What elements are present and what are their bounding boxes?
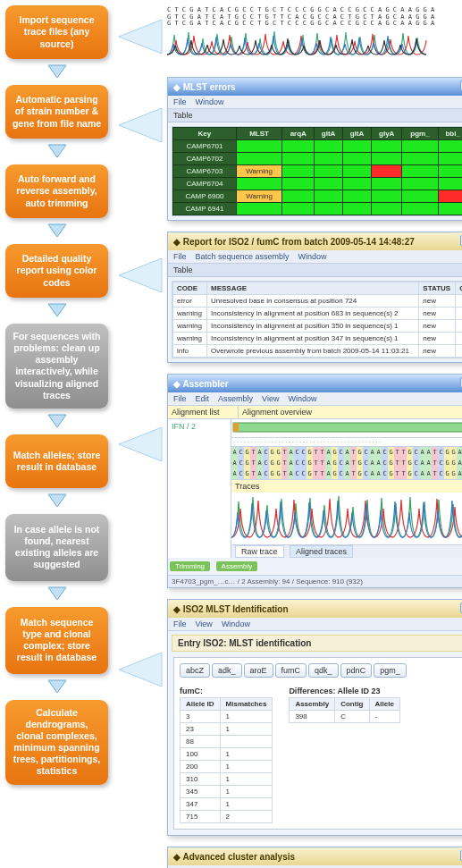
locus-button[interactable]: qdk_: [308, 663, 339, 678]
grid-cell[interactable]: [282, 165, 315, 178]
col-header[interactable]: gltA: [315, 128, 343, 140]
cell[interactable]: 1: [220, 761, 273, 773]
cell[interactable]: [456, 308, 462, 320]
col-header[interactable]: CODE: [173, 282, 207, 295]
cell[interactable]: 200: [181, 761, 221, 773]
menu-item[interactable]: Window: [288, 394, 316, 403]
cell[interactable]: 2: [220, 811, 273, 823]
tab-assembly[interactable]: Assembly: [216, 561, 258, 571]
menubar[interactable]: FileViewWindow: [168, 618, 462, 631]
cell[interactable]: warning: [173, 320, 207, 333]
grid-cell[interactable]: [402, 178, 438, 190]
cell[interactable]: 1: [220, 748, 273, 761]
locus-button[interactable]: pdnC: [340, 663, 373, 678]
cell[interactable]: new: [419, 308, 456, 320]
cell[interactable]: new: [419, 333, 456, 345]
locus-button[interactable]: fumC: [275, 663, 307, 678]
titlebar[interactable]: ◆ Advanced cluster analysis: [168, 847, 462, 865]
cell[interactable]: warning: [173, 308, 207, 320]
menu-item[interactable]: File: [173, 619, 187, 628]
grid-cell[interactable]: [371, 190, 401, 203]
grid-cell[interactable]: [371, 203, 401, 215]
cell[interactable]: 1: [220, 786, 273, 798]
grid-cell[interactable]: [282, 178, 315, 190]
cell[interactable]: 715: [181, 811, 221, 823]
cell[interactable]: 398: [290, 711, 335, 723]
tab-alignment-list[interactable]: Alignment list: [168, 406, 239, 418]
row-key[interactable]: CAMP6702: [173, 153, 237, 165]
locus-button[interactable]: pgm_: [374, 663, 407, 678]
report-table[interactable]: CODEMESSAGESTATUSCOMMENTerrorUnresolved …: [172, 282, 462, 358]
locus-buttons[interactable]: abcZadk_aroEfumCqdk_pdnCpgm_: [180, 663, 462, 681]
cell[interactable]: 345: [181, 786, 221, 798]
tab-raw-trace[interactable]: Raw trace: [235, 545, 284, 558]
alignment-row[interactable]: ACGTACGGTACCGTTAGCATGCAACGTTGCAATCGGATCC…: [231, 468, 462, 479]
cell[interactable]: [220, 736, 273, 748]
menu-item[interactable]: File: [173, 97, 187, 106]
grid-cell[interactable]: [315, 178, 343, 190]
window-buttons[interactable]: [458, 377, 462, 390]
window-buttons[interactable]: [458, 80, 462, 93]
grid-cell[interactable]: [315, 190, 343, 203]
row-key[interactable]: CAMP6704: [173, 178, 237, 190]
titlebar[interactable]: ◆ Report for ISO2 / fumC from batch 2009…: [168, 232, 462, 250]
grid-cell[interactable]: [236, 153, 282, 165]
col-header[interactable]: COMMENT: [456, 282, 462, 295]
grid-cell[interactable]: [343, 153, 372, 165]
alignment-rows[interactable]: ACGTACGGTACCGTTAGCATGCAACGTTGCAATCGGATCC…: [231, 447, 462, 479]
cell[interactable]: [456, 320, 462, 333]
cell[interactable]: Overwrote previous assembly from batch 2…: [207, 345, 419, 358]
ident-right-table[interactable]: AssemblyContigAllele398C-: [289, 697, 399, 723]
col-header[interactable]: glyA: [371, 128, 401, 140]
grid-cell[interactable]: [438, 178, 462, 190]
grid-cell[interactable]: [236, 203, 282, 215]
titlebar[interactable]: ◆ Assembler: [168, 375, 462, 392]
grid-cell[interactable]: [438, 203, 462, 215]
overview-bar[interactable]: [231, 419, 462, 435]
window-buttons[interactable]: [458, 235, 462, 248]
grid-cell[interactable]: [402, 153, 438, 165]
menu-item[interactable]: File: [173, 394, 187, 403]
cell[interactable]: error: [173, 295, 207, 308]
cell[interactable]: C: [335, 711, 369, 723]
locus-button[interactable]: adk_: [212, 663, 242, 678]
locus-button[interactable]: abcZ: [180, 663, 210, 678]
trace-chromatogram-icon[interactable]: [231, 493, 462, 543]
col-header[interactable]: MLST: [236, 128, 282, 140]
menu-item[interactable]: Assembly: [218, 394, 253, 403]
cell[interactable]: 88: [181, 736, 221, 748]
grid-cell[interactable]: [343, 178, 372, 190]
grid-cell[interactable]: [371, 178, 401, 190]
grid-cell[interactable]: [371, 165, 401, 178]
tab-trimming[interactable]: Trimming: [170, 561, 210, 571]
grid-cell[interactable]: [371, 153, 401, 165]
grid-cell[interactable]: [438, 190, 462, 203]
menu-item[interactable]: View: [262, 394, 279, 403]
window-buttons[interactable]: [458, 850, 462, 863]
col-header[interactable]: Key: [173, 128, 237, 140]
row-key[interactable]: CAMP 6900: [173, 190, 237, 203]
window-buttons[interactable]: [458, 603, 462, 615]
menu-item[interactable]: Batch sequence assembly: [196, 252, 290, 261]
titlebar[interactable]: ◆ ISO2 MLST Identification: [168, 600, 462, 618]
menubar[interactable]: FileWindow: [168, 96, 462, 109]
cell[interactable]: Inconsistency in alignment at position 3…: [207, 320, 419, 333]
cell[interactable]: info: [173, 345, 207, 358]
grid-cell[interactable]: [343, 165, 372, 178]
alignment-row[interactable]: ACGTACGGTACCGTTAGCATGCAACGTTGCAATCGGATCC…: [231, 458, 462, 468]
grid-cell[interactable]: [402, 140, 438, 153]
menubar[interactable]: FileBatch sequence assemblyWindow: [168, 250, 462, 264]
cell[interactable]: 1: [220, 798, 273, 811]
row-key[interactable]: CAMP 6941: [173, 203, 237, 215]
grid-cell[interactable]: [315, 153, 343, 165]
menu-item[interactable]: Window: [196, 97, 224, 106]
col-header[interactable]: gltA: [343, 128, 372, 140]
cell[interactable]: 100: [181, 748, 221, 761]
cell[interactable]: Inconsistency in alignment at position 3…: [207, 333, 419, 345]
tab-aligned-traces[interactable]: Aligned traces: [290, 545, 353, 558]
locus-button[interactable]: aroE: [244, 663, 273, 678]
grid-cell[interactable]: [343, 140, 372, 153]
ident-left-table[interactable]: Allele IDMismatches312318810012001310134…: [180, 697, 273, 823]
menu-item[interactable]: Window: [298, 252, 327, 261]
grid-cell[interactable]: [438, 140, 462, 153]
